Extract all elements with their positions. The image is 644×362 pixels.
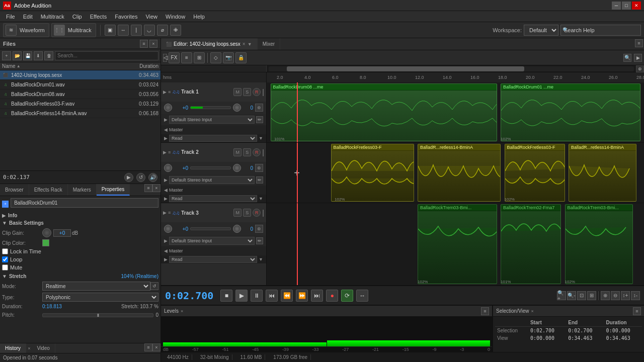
track3-edit-btn[interactable]: ✏	[256, 237, 263, 244]
bottom-close-btn[interactable]: ×	[152, 343, 160, 351]
mute-checkbox[interactable]	[2, 264, 8, 270]
track1-vol-knob[interactable]	[164, 104, 172, 112]
track1-out-arrow[interactable]: ◀	[164, 127, 168, 132]
loop-checkbox[interactable]	[2, 256, 8, 262]
search-input[interactable]	[560, 25, 641, 36]
timeline-fx-btn[interactable]: FX	[169, 52, 180, 63]
track2-in-arrow[interactable]: ▶	[164, 177, 168, 183]
clip-color-swatch[interactable]	[42, 239, 49, 246]
clip-name-input[interactable]	[11, 198, 158, 208]
file-save-btn[interactable]: 💾	[23, 51, 32, 60]
stretch-type-select[interactable]: Polyphonic Monophonic	[42, 293, 158, 302]
track1-fx-icon[interactable]: ≡	[168, 89, 171, 95]
track1-pan-knob[interactable]	[233, 104, 241, 112]
track1-read-down[interactable]: ▼	[259, 136, 263, 141]
timeline-eq-btn[interactable]: ≡	[181, 52, 192, 63]
track3-vol-knob[interactable]	[164, 225, 172, 233]
track3-rec-btn[interactable]: R	[253, 209, 261, 217]
sort-icon[interactable]: ▲	[17, 64, 21, 68]
menu-window[interactable]: Window	[162, 13, 189, 21]
tab-browser[interactable]: Browser	[0, 184, 29, 196]
timeline-zoom-out[interactable]: 🔍	[623, 54, 631, 62]
track2-mute-btn[interactable]: M	[233, 148, 242, 156]
window-controls[interactable]: ─ □ ✕	[612, 2, 641, 10]
menu-help[interactable]: Help	[189, 13, 209, 21]
file-item-session[interactable]: ⬛ 1402-Using loops.sesx 0:34.463	[0, 70, 160, 80]
selection-menu-btn[interactable]: ≡	[633, 307, 641, 315]
timeline-scrollbar[interactable]	[269, 66, 634, 71]
files-close-btn[interactable]: ×	[149, 40, 157, 48]
waveform-icon[interactable]: ≋	[6, 25, 17, 36]
track1-clip2[interactable]: BalladRockDrum01 ...me	[501, 83, 640, 141]
track2-read-arrow[interactable]: ▶	[164, 196, 168, 201]
levels-menu-btn[interactable]: ≡	[481, 307, 489, 315]
info-section-header[interactable]: ▶ Info	[2, 213, 158, 218]
zoom-all-btn[interactable]: ⊕	[636, 65, 644, 72]
maximize-button[interactable]: □	[622, 2, 631, 10]
tool-stretch[interactable]: ⌀	[157, 25, 168, 36]
track2-read-down[interactable]: ▼	[259, 196, 263, 201]
basic-settings-header[interactable]: ▼ Basic Settings	[2, 220, 158, 226]
track1-clip1[interactable]: BalladRockDrum08 ...me	[271, 83, 497, 141]
prev-mark-btn[interactable]: ⏮	[266, 290, 278, 302]
clip-gain-knob[interactable]	[42, 228, 51, 237]
track1-more-icon[interactable]: |	[262, 88, 264, 96]
track3-content[interactable]: BalladRockTrem03-Bmi... BalladRockTrem02…	[267, 203, 644, 285]
timeline-home-btn[interactable]: ◁	[163, 54, 167, 62]
track2-clip3[interactable]: BalladRockFretless03-F	[505, 144, 565, 202]
tab-effects-rack[interactable]: Effects Rack	[29, 184, 68, 196]
rewind-btn[interactable]: ⏪	[281, 290, 293, 302]
timeline-ruler[interactable]: 2.0 4.0 6.0 8.0 10.0 12.0 14.0 16.0 18.0…	[267, 72, 644, 82]
tab-down-icon[interactable]: ▼	[248, 42, 252, 47]
minimize-button[interactable]: ─	[612, 2, 621, 10]
editor-tab-session[interactable]: ⬛ Editor: 1402-Using loops.sesx × ▼	[161, 38, 258, 50]
audio-out-btn[interactable]: 🔊	[148, 173, 157, 182]
workspace-select[interactable]: Default	[524, 25, 558, 36]
track3-fx-icon[interactable]: ≡	[168, 210, 171, 215]
track3-read-select[interactable]: Read	[169, 256, 257, 263]
file-item-drum08[interactable]: ♫ BalladRockDrum08.wav 0:03.056	[0, 89, 160, 99]
stretch-mode-reset[interactable]: ↺	[150, 282, 158, 290]
menu-effects[interactable]: Effects	[86, 13, 111, 21]
tool-move[interactable]: ✙	[170, 25, 181, 36]
track2-clip4[interactable]: BalladR...retless14-BminA	[569, 144, 636, 202]
file-item-fretless14[interactable]: ♫ BalladRockFretless14-BminA.wav 0:06.16…	[0, 109, 160, 118]
track3-input-select[interactable]: Default Stereo Input	[169, 237, 255, 245]
bottom-menu-btn[interactable]: ≡	[144, 343, 152, 351]
files-menu-btn[interactable]: ≡	[140, 40, 148, 48]
file-open-btn[interactable]: 📂	[13, 51, 22, 60]
zoom-h-out-btn[interactable]: ⊖	[611, 291, 620, 300]
clip-gain-input[interactable]	[53, 229, 71, 237]
zoom-v-in-btn[interactable]: ↕+	[621, 291, 630, 300]
track2-arrow-icon[interactable]: ▶	[163, 150, 167, 155]
tool-time[interactable]: ↔	[118, 25, 129, 36]
stretch-header[interactable]: ▼ Stretch 104% (Realtime)	[2, 274, 158, 279]
zoom-v-out-btn[interactable]: ↕-	[631, 291, 640, 300]
track2-clip2[interactable]: BalladR...retless14-BminA	[418, 144, 501, 202]
zoom-in-btn[interactable]: 🔍+	[557, 291, 566, 300]
editor-tab-mixer[interactable]: Mixer	[258, 38, 280, 50]
track1-rec-btn[interactable]: R	[253, 88, 261, 96]
tab-history[interactable]: History	[0, 343, 26, 353]
file-delete-btn[interactable]: 🗑	[44, 51, 53, 60]
multitrack-label[interactable]: Multitrack	[66, 27, 94, 33]
loop-toggle-btn[interactable]: ↔	[356, 290, 368, 302]
track3-mute-btn[interactable]: M	[233, 209, 242, 217]
loop-pb-btn[interactable]: ⟳	[341, 290, 353, 302]
track3-clip1[interactable]: BalladRockTrem03-Bmi...	[418, 204, 497, 284]
track1-input-select[interactable]: Default Stereo Input	[169, 116, 255, 124]
track2-rec-btn[interactable]: R	[253, 148, 261, 156]
rec-btn[interactable]: ●	[326, 290, 338, 302]
pitch-slider[interactable]	[42, 313, 153, 317]
track3-read-arrow[interactable]: ▶	[164, 257, 168, 262]
timeline-clip-mute-btn[interactable]: ◇	[210, 52, 221, 63]
track2-fx-icon[interactable]: ≡	[168, 150, 171, 155]
props-add-btn[interactable]: +	[2, 201, 9, 208]
track3-out-arrow[interactable]: ◀	[164, 248, 168, 253]
zoom-sel-btn[interactable]: ⊡	[577, 291, 586, 300]
panel-expand-btn[interactable]: ▶	[634, 54, 642, 62]
props-close-btn[interactable]: ×	[152, 184, 160, 192]
track3-in-arrow[interactable]: ▶	[164, 238, 168, 243]
track2-clip1[interactable]: BalladRockFretless03-F	[331, 144, 414, 202]
track2-edit-btn[interactable]: ✏	[256, 176, 263, 184]
